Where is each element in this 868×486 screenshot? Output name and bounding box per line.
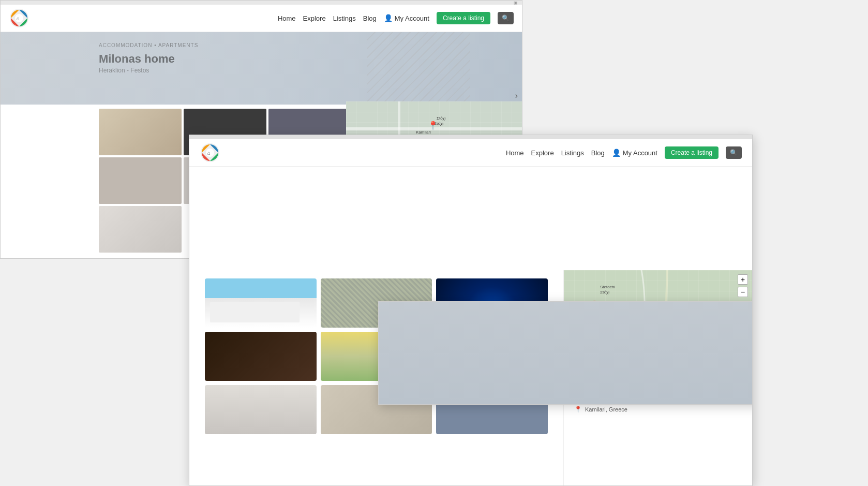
back-hero-decoration bbox=[367, 32, 470, 105]
map-zoom-out-button[interactable]: − bbox=[738, 287, 748, 297]
location-pin-icon: 📍 bbox=[574, 406, 582, 413]
front-logo-icon: ⌂ bbox=[200, 142, 220, 163]
gallery-cell-1[interactable] bbox=[99, 109, 182, 155]
gallery-cell-7[interactable] bbox=[99, 206, 182, 253]
svg-text:📍: 📍 bbox=[428, 121, 438, 130]
back-nav-links: Home Explore Listings Blog 👤 My Account … bbox=[278, 12, 514, 24]
map-zoom-in-button[interactable]: + bbox=[738, 274, 748, 285]
contact-location-text: Kamilari, Greece bbox=[585, 406, 627, 413]
back-nav-home[interactable]: Home bbox=[278, 14, 296, 22]
person-icon: 👤 bbox=[384, 14, 393, 22]
logo-icon: ⌂ bbox=[9, 8, 29, 28]
back-nav: ⌂ Home Explore Listings Blog 👤 My Accoun… bbox=[1, 5, 522, 32]
gallery-img-7[interactable] bbox=[205, 385, 317, 434]
back-titlebar: ▣ bbox=[1, 1, 522, 5]
back-nav-explore[interactable]: Explore bbox=[303, 14, 326, 22]
back-nav-listings[interactable]: Listings bbox=[333, 14, 356, 22]
svg-text:Σtόχι: Σtόχι bbox=[437, 116, 446, 121]
front-person-icon: 👤 bbox=[612, 149, 621, 157]
front-nav: ⌂ Home Explore Listings Blog 👤 My Accoun… bbox=[189, 139, 752, 167]
gallery-img-1[interactable] bbox=[205, 278, 317, 328]
back-nav-blog[interactable]: Blog bbox=[363, 14, 377, 22]
front-nav-listings[interactable]: Listings bbox=[561, 149, 584, 157]
svg-rect-4 bbox=[346, 127, 522, 130]
gallery-cell-4[interactable] bbox=[99, 157, 182, 204]
front-nav-home[interactable]: Home bbox=[506, 149, 524, 157]
back-create-listing-button[interactable]: Create a listing bbox=[437, 12, 490, 24]
svg-text:Kamilari: Kamilari bbox=[416, 130, 431, 135]
front-create-listing-button[interactable]: Create a listing bbox=[665, 146, 719, 159]
front-hero: ACCOMMODATION • GUEST HOUSES Cozy houses… bbox=[378, 301, 753, 405]
back-logo: ⌂ bbox=[9, 8, 29, 28]
svg-text:Stetochi: Stetochi bbox=[600, 285, 615, 289]
front-titlebar bbox=[189, 135, 752, 139]
gallery-img-4[interactable] bbox=[205, 332, 317, 381]
front-window: ⌂ Home Explore Listings Blog 👤 My Accoun… bbox=[189, 135, 753, 486]
front-nav-account[interactable]: 👤 My Account bbox=[612, 149, 657, 157]
front-logo: ⌂ bbox=[200, 142, 220, 163]
back-nav-account[interactable]: 👤 My Account bbox=[384, 14, 429, 22]
front-nav-explore[interactable]: Explore bbox=[531, 149, 554, 157]
front-search-button[interactable]: 🔍 bbox=[726, 146, 742, 159]
front-nav-blog[interactable]: Blog bbox=[591, 149, 605, 157]
front-hero-overlay bbox=[379, 302, 753, 404]
back-hero-arrow[interactable]: › bbox=[515, 91, 518, 100]
svg-text:⌂: ⌂ bbox=[207, 150, 211, 156]
svg-text:Στόχι: Στόχι bbox=[434, 121, 443, 126]
svg-text:⌂: ⌂ bbox=[17, 16, 20, 21]
front-nav-links: Home Explore Listings Blog 👤 My Account … bbox=[506, 146, 742, 159]
back-hero: ACCOMMODATION • APARTMENTS Milonas home … bbox=[1, 32, 522, 105]
contact-location: 📍 Kamilari, Greece bbox=[574, 406, 742, 413]
back-search-button[interactable]: 🔍 bbox=[498, 12, 514, 24]
svg-text:Στόχι: Στόχι bbox=[600, 290, 609, 294]
